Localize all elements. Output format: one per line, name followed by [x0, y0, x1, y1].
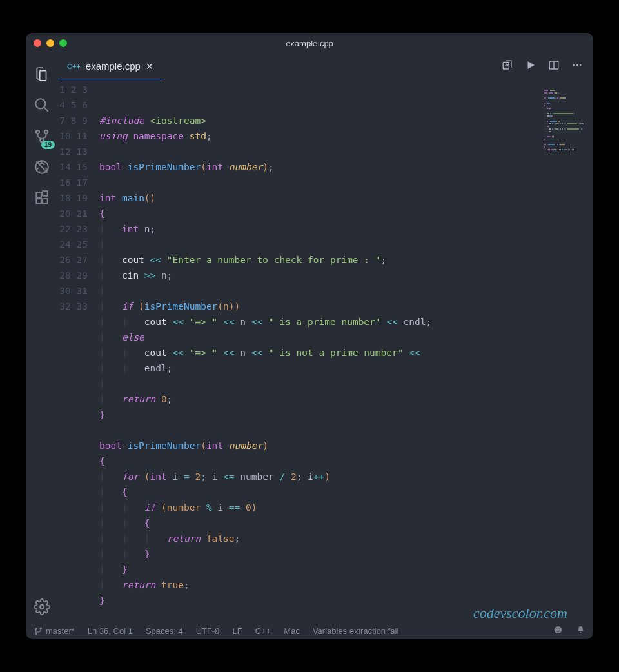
- compare-changes-icon[interactable]: [502, 59, 513, 74]
- svg-point-19: [40, 628, 42, 629]
- code-line: {: [99, 206, 593, 221]
- minimize-window-button[interactable]: [46, 39, 54, 47]
- code-line: │ return true;: [99, 577, 593, 593]
- debug-icon[interactable]: [26, 152, 57, 183]
- editor-area: C++ example.cpp ✕: [58, 54, 593, 622]
- code-line: │ cin >> n;: [99, 268, 593, 283]
- status-message[interactable]: Variables extraction fail: [313, 626, 398, 636]
- tab-close-icon[interactable]: ✕: [146, 61, 153, 72]
- code-line: │: [99, 283, 593, 299]
- code-line: │ │ endl;: [99, 361, 593, 376]
- code-line: │ for (int i = 2; i <= number / 2; i++): [99, 469, 593, 484]
- tab-filename: example.cpp: [86, 61, 141, 72]
- titlebar: example.cpp: [26, 33, 593, 54]
- code-line: [99, 422, 593, 438]
- main-area: 19 C++ example.cpp ✕: [26, 54, 593, 622]
- settings-icon[interactable]: [26, 591, 57, 622]
- watermark: codevscolor.com: [473, 606, 567, 621]
- maximize-window-button[interactable]: [59, 39, 67, 47]
- svg-point-2: [36, 130, 39, 133]
- close-window-button[interactable]: [34, 39, 41, 47]
- eol[interactable]: LF: [233, 626, 242, 636]
- svg-point-10: [40, 605, 44, 609]
- run-icon[interactable]: [525, 59, 536, 74]
- tab-bar: C++ example.cpp ✕: [58, 54, 593, 79]
- svg-point-0: [35, 99, 45, 108]
- svg-point-14: [573, 64, 575, 66]
- svg-point-17: [35, 628, 37, 629]
- cursor-position[interactable]: Ln 36, Col 1: [88, 626, 133, 636]
- code-line: │ {: [99, 484, 593, 500]
- code-line: │ │ }: [99, 546, 593, 562]
- source-control-icon[interactable]: 19: [26, 121, 57, 152]
- status-bar: master* Ln 36, Col 1 Spaces: 4 UTF-8 LF …: [26, 622, 593, 639]
- svg-rect-7: [36, 199, 41, 204]
- code-line: [99, 144, 593, 159]
- source-control-badge: 19: [41, 141, 55, 149]
- svg-rect-9: [43, 191, 48, 196]
- editor-actions: [502, 54, 593, 79]
- code-line: │: [99, 376, 593, 391]
- git-branch-icon[interactable]: master*: [34, 626, 75, 636]
- language-mode[interactable]: C++: [255, 626, 271, 636]
- code-line: [99, 175, 593, 190]
- code-line: using namespace std;: [99, 128, 593, 144]
- code-line: │ return 0;: [99, 391, 593, 407]
- svg-point-22: [559, 629, 560, 630]
- search-icon[interactable]: [26, 90, 57, 121]
- code-line: │ cout << "Enter a number to check for p…: [99, 252, 593, 268]
- svg-point-20: [555, 626, 562, 633]
- code-line: │: [99, 237, 593, 252]
- code-content[interactable]: #include <iostream>using namespace std; …: [99, 79, 593, 622]
- notifications-icon[interactable]: [576, 625, 585, 637]
- line-gutter: 1 2 3 4 5 6 7 8 9 10 11 12 13 14 15 16 1…: [58, 79, 99, 622]
- svg-rect-8: [43, 199, 48, 204]
- code-line: │ int n;: [99, 221, 593, 237]
- cpp-lang-icon: C++: [67, 63, 81, 70]
- editor-body[interactable]: 1 2 3 4 5 6 7 8 9 10 11 12 13 14 15 16 1…: [58, 79, 593, 622]
- svg-line-1: [44, 107, 48, 112]
- code-line: #include <iostream>: [99, 113, 593, 128]
- code-line: │ if (isPrimeNumber(n)): [99, 299, 593, 314]
- code-line: bool isPrimeNumber(int number);: [99, 159, 593, 175]
- split-editor-icon[interactable]: [548, 59, 560, 74]
- code-line: │ │ if (number % i == 0): [99, 500, 593, 515]
- explorer-icon[interactable]: [26, 59, 57, 90]
- traffic-lights: [34, 39, 67, 47]
- svg-point-15: [576, 64, 578, 66]
- code-line: │ else: [99, 330, 593, 345]
- more-actions-icon[interactable]: [571, 59, 583, 74]
- svg-point-3: [44, 130, 48, 133]
- app-window: example.cpp 19: [26, 33, 593, 639]
- code-line: │ │ cout << "=> " << n << " is a prime n…: [99, 314, 593, 330]
- code-line: │ │ cout << "=> " << n << " is not a pri…: [99, 345, 593, 361]
- os[interactable]: Mac: [284, 626, 300, 636]
- extensions-icon[interactable]: [26, 183, 57, 213]
- branch-name: master*: [46, 626, 75, 636]
- code-line: int main(): [99, 190, 593, 206]
- code-line: │ │ {: [99, 515, 593, 531]
- encoding[interactable]: UTF-8: [196, 626, 220, 636]
- code-line: │ │ │ return false;: [99, 531, 593, 546]
- svg-point-16: [580, 64, 581, 66]
- svg-point-18: [35, 633, 37, 635]
- code-line: │ }: [99, 562, 593, 577]
- indentation[interactable]: Spaces: 4: [146, 626, 183, 636]
- svg-rect-6: [36, 192, 41, 197]
- feedback-icon[interactable]: [553, 625, 563, 637]
- window-title: example.cpp: [26, 39, 593, 48]
- code-line: }: [99, 407, 593, 422]
- code-line: bool isPrimeNumber(int number): [99, 438, 593, 453]
- svg-point-21: [556, 629, 558, 630]
- tab-example-cpp[interactable]: C++ example.cpp ✕: [58, 54, 162, 79]
- code-line: {: [99, 453, 593, 469]
- activity-bar: 19: [26, 54, 58, 622]
- minimap[interactable]: [544, 82, 589, 153]
